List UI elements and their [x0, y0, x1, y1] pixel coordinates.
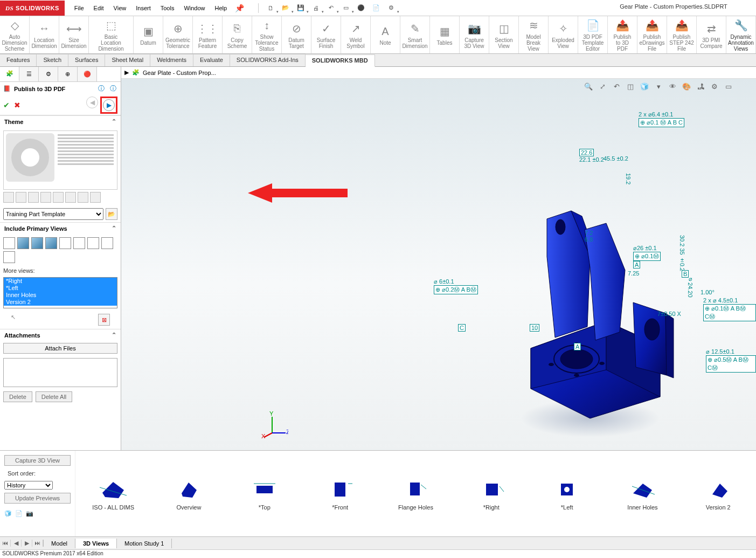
view-cube[interactable]: [87, 237, 99, 249]
dimxpert-manager-tab[interactable]: ⊕: [58, 67, 78, 81]
ok-button[interactable]: ✔: [3, 101, 10, 109]
publish-edrawings-button[interactable]: 📤Publish eDrawings File: [637, 16, 667, 53]
expand-tree-icon[interactable]: ▶: [124, 69, 129, 76]
view-right[interactable]: *Right: [454, 451, 529, 536]
menu-edit[interactable]: Edit: [94, 5, 104, 11]
first-tab-button[interactable]: ⏮: [0, 540, 11, 547]
configuration-manager-tab[interactable]: ⚙: [39, 67, 58, 81]
delete-all-button[interactable]: Delete All: [36, 391, 72, 402]
update-previews-button[interactable]: Update Previews: [4, 493, 71, 504]
auto-dimension-scheme-button[interactable]: ◇Auto Dimension Scheme: [0, 16, 30, 53]
tab-surfaces[interactable]: Surfaces: [68, 54, 105, 66]
list-item[interactable]: *Left: [4, 285, 117, 292]
dim-19.2[interactable]: 19.2: [625, 173, 632, 184]
show-tolerance-status-button[interactable]: ↕Show Tolerance Status: [252, 16, 282, 53]
tab-motion-study-1[interactable]: Motion Study 1: [117, 539, 172, 548]
dim-24.20[interactable]: ⌀24.20: [687, 275, 694, 298]
model-break-view-button[interactable]: ≋Model Break View: [519, 16, 549, 53]
geometric-tolerance-button[interactable]: ⊕Geometric Tolerance: [163, 16, 193, 53]
publish-to-3d-pdf-button[interactable]: 📤Publish to 3D PDF: [608, 16, 637, 53]
hide-show-icon[interactable]: 👁: [667, 81, 678, 92]
zoom-fit-icon[interactable]: 🔍: [582, 81, 594, 92]
tab-sketch[interactable]: Sketch: [37, 54, 68, 66]
help2-icon[interactable]: ⓘ: [110, 84, 116, 93]
capture-3d-view-button[interactable]: Capture 3D View: [4, 455, 71, 466]
cancel-button[interactable]: ✖: [14, 101, 20, 109]
rebuild-button[interactable]: ⚫: [355, 2, 367, 14]
view-version-2[interactable]: Version 2: [681, 451, 756, 536]
weld-symbol-button[interactable]: ↗Weld Symbol: [341, 16, 371, 53]
template-select[interactable]: Training Part Template: [3, 208, 103, 220]
section-view-button[interactable]: ◫Section View: [489, 16, 519, 53]
tab-3d-views[interactable]: 3D Views: [75, 539, 117, 548]
capture-3d-view-button[interactable]: 📷Capture 3D View: [460, 16, 489, 53]
doc-props-button[interactable]: 📄: [370, 2, 383, 14]
section-view-icon[interactable]: ◫: [625, 81, 636, 92]
print-button[interactable]: 🖨: [309, 2, 322, 14]
basic-location-dimension-button[interactable]: ⬚Basic Location Dimension: [89, 16, 134, 53]
list-item[interactable]: *Right: [4, 278, 117, 285]
dim-10[interactable]: 10: [530, 324, 539, 332]
property-manager-tab[interactable]: ☰: [19, 67, 39, 81]
menu-help[interactable]: Help: [215, 5, 227, 11]
prev-button[interactable]: ◀: [86, 97, 98, 108]
datum-button[interactable]: ▣Datum: [134, 16, 163, 53]
attachments-list[interactable]: [3, 358, 117, 387]
surface-finish-button[interactable]: ✓Surface Finish: [311, 16, 341, 53]
note-button[interactable]: ANote: [371, 16, 400, 53]
dim-hole-12.5[interactable]: ⌀ 12.5±0.1⊕ ⌀0.5Ⓜ A BⓂ CⓂ: [706, 348, 756, 373]
view-cube[interactable]: [73, 237, 85, 249]
datum-a[interactable]: A: [574, 343, 581, 350]
dim-45.5[interactable]: 45.5 ±0.2: [604, 155, 628, 162]
open-doc-button[interactable]: 📂: [279, 2, 292, 14]
more-views-list[interactable]: *Right *Left Inner Holes Version 2: [3, 277, 117, 308]
dim-7.2[interactable]: 7.26.8: [585, 230, 593, 243]
tab-add-ins[interactable]: SOLIDWORKS Add-Ins: [230, 54, 306, 66]
menu-view[interactable]: View: [114, 5, 127, 11]
3d-pmi-compare-button[interactable]: ⇄3D PMI Compare: [697, 16, 726, 53]
3d-pdf-template-editor-button[interactable]: 📄3D PDF Template Editor: [578, 16, 608, 53]
view-overview[interactable]: Overview: [151, 451, 226, 536]
list-item[interactable]: Inner Holes: [4, 292, 117, 299]
options-button[interactable]: ⚙: [385, 2, 398, 14]
dim-hole-6.4[interactable]: 2 x ⌀6.4 ±0.1⊕ ⌀0.1 Ⓜ A B C: [639, 111, 684, 127]
dim-7pm0.5[interactable]: 7±0.50 X: [657, 311, 681, 317]
location-dimension-button[interactable]: ↔Location Dimension: [30, 16, 59, 53]
view-inner-holes[interactable]: Inner Holes: [605, 451, 680, 536]
datum-target-button[interactable]: ⊘Datum Target: [282, 16, 311, 53]
view-cube[interactable]: [3, 251, 15, 263]
menu-tools[interactable]: Tools: [161, 5, 175, 11]
toolbar-icon[interactable]: 📷: [26, 510, 33, 517]
view-orientation-icon[interactable]: 🧊: [639, 81, 650, 92]
dim-hole-6[interactable]: ⌀ 6±0.1⊕ ⌀0.2Ⓜ A BⓂ: [434, 278, 478, 294]
toolbar-icon[interactable]: 🧊: [4, 510, 12, 517]
tab-model[interactable]: Model: [44, 539, 75, 548]
primary-views-header[interactable]: Include Primary Views⌃: [0, 222, 121, 234]
dim-1deg[interactable]: 1.00°: [700, 289, 715, 295]
sort-order-select[interactable]: History: [4, 481, 53, 490]
display-manager-tab[interactable]: 🔴: [78, 67, 97, 81]
prev-tab-button[interactable]: ◀: [11, 540, 22, 547]
smart-dimension-button[interactable]: ✎Smart Dimension: [400, 16, 430, 53]
menu-insert[interactable]: Insert: [136, 5, 151, 11]
3d-part[interactable]: [509, 197, 682, 424]
apply-scene-icon[interactable]: 🏞: [695, 81, 706, 92]
dim-7.25[interactable]: 7.25: [628, 270, 639, 277]
view-cube[interactable]: [3, 237, 15, 249]
viewport-layout-icon[interactable]: ▭: [723, 81, 734, 92]
pin-icon[interactable]: 📌: [235, 4, 244, 12]
size-dimension-button[interactable]: ⟷Size Dimension: [59, 16, 89, 53]
exploded-view-button[interactable]: ✧Exploded View: [549, 16, 578, 53]
undo-button[interactable]: ↶: [324, 2, 337, 14]
view-cube[interactable]: [45, 237, 57, 249]
view-iso-all-dims[interactable]: ISO - ALL DIMS: [75, 451, 151, 536]
copy-scheme-button[interactable]: ⎘Copy Scheme: [223, 16, 252, 53]
new-doc-button[interactable]: 🗋: [264, 2, 277, 14]
dynamic-annotation-views-button[interactable]: 🔧Dynamic Annotation Views: [726, 16, 756, 53]
toolbar-icon[interactable]: 📄: [15, 510, 23, 517]
publish-step242-button[interactable]: 📤Publish STEP 242 File: [667, 16, 697, 53]
tab-sheet-metal[interactable]: Sheet Metal: [105, 54, 150, 66]
view-cube[interactable]: [17, 237, 29, 249]
tab-weldments[interactable]: Weldments: [150, 54, 193, 66]
menu-window[interactable]: Window: [184, 5, 205, 11]
